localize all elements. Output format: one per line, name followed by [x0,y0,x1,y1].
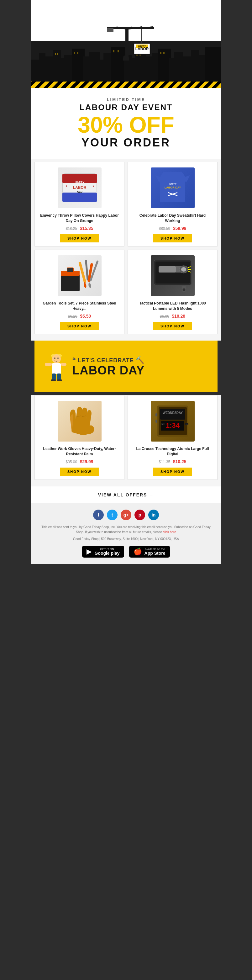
svg-rect-25 [55,53,56,55]
google-plus-icon[interactable]: g+ [120,510,132,520]
svg-text:LABOR: LABOR [73,185,86,190]
shop-now-button-6[interactable]: SHOP NOW [153,468,192,476]
product-img-placeholder-4 [151,255,195,296]
product-row-1: HAPPY LABOR DAY ★ ★ Emvency Throw Pillow… [35,162,217,247]
product-img-placeholder-5 [58,401,101,442]
shop-now-button-1[interactable]: SHOP NOW [60,234,99,242]
product-image-1: HAPPY LABOR DAY ★ ★ [38,166,120,210]
svg-rect-68 [85,260,89,280]
product-image-3 [38,254,120,298]
sale-price-4: $10.20 [172,313,185,319]
svg-rect-74 [158,266,176,272]
svg-rect-24 [205,47,221,81]
original-price-6: $11.35 [159,460,171,464]
linkedin-icon[interactable]: in [148,510,159,520]
product-image-6: WEDNESDAY 1:34 P 25 [132,399,214,443]
apple-icon: 🍎 [133,547,142,556]
product-img-placeholder-2: HAPPY LABOR DAY [151,167,195,208]
product-prices-1: $18.25 $15.35 [66,226,94,231]
svg-text:LABOR: LABOR [135,47,149,51]
footer-address: Good Friday Shop | 500 Broadway, Suite 1… [38,537,214,541]
svg-rect-108 [155,413,157,417]
svg-rect-109 [155,420,157,423]
footer-products-section: Leather Work Gloves Heavy-Duty, Water-Re… [31,395,221,486]
svg-marker-51 [123,56,129,60]
worker-icon [44,347,69,386]
google-play-icon: ▶ [87,547,92,556]
app-store-text: Available on the App Store [144,547,165,556]
svg-rect-50 [107,28,114,32]
sale-price-5: $29.99 [80,459,94,464]
product-img-placeholder-6: WEDNESDAY 1:34 P 25 [151,401,195,442]
social-icons-row: f t g+ p in [38,510,214,520]
svg-rect-95 [57,379,62,381]
svg-point-76 [181,267,186,272]
twitter-icon[interactable]: t [107,510,117,520]
yellow-stripe [31,81,221,88]
product-image-4 [132,254,214,298]
original-price-3: $6.20 [68,314,78,319]
sale-price-3: $5.50 [80,313,91,319]
labor-day-banner: ❝ LET'S CELEBRATE 🔨 LABOR DAY [35,340,217,392]
product-prices-4: $6.00 $10.20 [160,313,185,319]
sale-section: LIMITED TIME LABOUR DAY EVENT 30% OFF YO… [31,88,221,159]
svg-rect-26 [57,53,58,55]
product-name-6: La Crosse Technology Atomic Large Full D… [132,446,214,457]
svg-rect-21 [182,56,193,81]
shop-now-button-5[interactable]: SHOP NOW [60,468,99,476]
svg-point-86 [54,358,55,359]
product-image-5 [38,399,120,443]
product-card-4: Tactical Portable LED Flashlight 1000 Lu… [128,250,217,334]
svg-rect-92 [52,374,56,380]
product-card-3: Garden Tools Set, 7 Piece Stainless Stee… [35,250,124,334]
product-img-placeholder-3 [58,255,101,296]
app-store-button[interactable]: 🍎 Available on the App Store [129,546,170,558]
original-price-2: $80.59 [159,226,171,231]
product-prices-3: $6.20 $5.50 [68,313,91,319]
svg-rect-54 [62,192,97,202]
product-name-5: Leather Work Gloves Heavy-Duty, Water-Re… [38,446,120,457]
svg-rect-93 [57,374,61,380]
svg-text:LABOR DAY: LABOR DAY [164,186,181,189]
google-play-text: GET IT ON Google play [94,547,119,556]
view-all-section: VIEW ALL OFFERS → [31,486,221,503]
svg-text:25: 25 [185,423,187,425]
sale-price-1: $15.35 [80,226,94,231]
email-container: HAPPY LABOR DAY LIMITED TIME LABOUR DAY … [31,0,221,564]
svg-point-87 [57,358,59,359]
original-price-5: $35.00 [66,460,78,464]
unsubscribe-link[interactable]: click here [163,530,176,534]
product-image-2: HAPPY LABOR DAY [132,166,214,210]
shop-now-button-2[interactable]: SHOP NOW [153,234,192,242]
banner-text: ❝ LET'S CELEBRATE 🔨 LABOR DAY [72,356,208,376]
pinterest-icon[interactable]: p [135,510,145,520]
product-prices-2: $80.59 $59.99 [159,226,187,231]
svg-text:WEDNESDAY: WEDNESDAY [162,411,182,415]
product-prices-6: $11.35 $10.25 [159,459,187,465]
sale-price-6: $10.25 [173,459,187,464]
facebook-icon[interactable]: f [93,510,104,520]
event-title: LABOUR DAY EVENT [38,103,214,112]
svg-rect-34 [163,52,165,54]
social-footer: f t g+ p in This email was sent to you b… [31,503,221,564]
discount-percentage: 30% OFF [38,113,214,136]
product-card-5: Leather Work Gloves Heavy-Duty, Water-Re… [35,395,124,480]
product-prices-5: $35.00 $29.99 [66,459,94,465]
svg-rect-94 [51,379,56,381]
svg-text:HAPPY: HAPPY [74,181,84,184]
product-name-1: Emvency Throw Pillow Covers Happy Labor … [38,213,120,224]
product-card-2: HAPPY LABOR DAY Celebrate Labor Day Swea… [128,162,217,247]
shop-now-button-4[interactable]: SHOP NOW [153,322,192,330]
svg-text:★: ★ [92,185,94,188]
crane-graphic: HAPPY LABOR DAY [92,1,160,71]
original-price-1: $18.25 [66,226,78,231]
shop-now-button-3[interactable]: SHOP NOW [60,322,99,330]
svg-text:DAY: DAY [139,51,145,54]
google-play-button[interactable]: ▶ GET IT ON Google play [82,546,124,558]
svg-text:DAY: DAY [76,191,82,194]
svg-rect-28 [77,52,78,54]
your-order-label: YOUR ORDER [38,136,214,149]
view-all-link[interactable]: VIEW ALL OFFERS → [98,492,154,497]
svg-rect-27 [74,52,75,54]
product-card-1: HAPPY LABOR DAY ★ ★ Emvency Throw Pillow… [35,162,124,247]
